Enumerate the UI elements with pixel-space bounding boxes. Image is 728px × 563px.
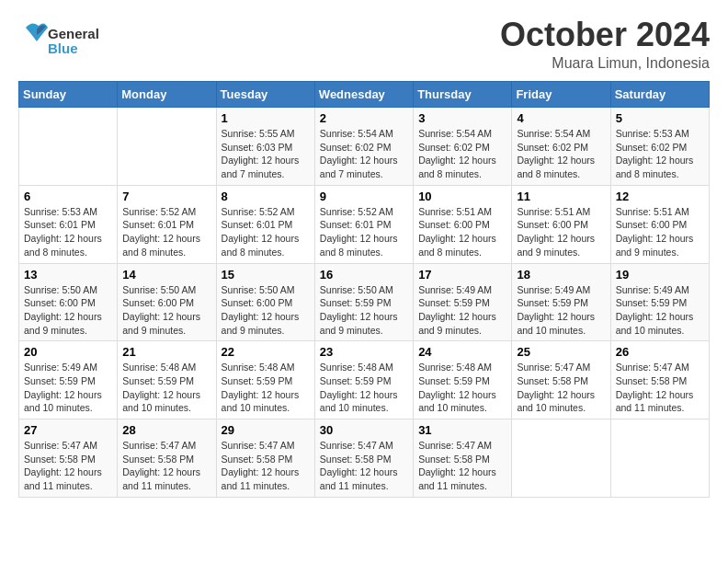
logo-wordmark: General Blue (18, 18, 119, 63)
weekday-header-row: SundayMondayTuesdayWednesdayThursdayFrid… (19, 82, 710, 108)
day-number: 8 (222, 190, 310, 203)
calendar-cell: 14Sunrise: 5:50 AM Sunset: 6:00 PM Dayli… (118, 263, 216, 341)
svg-text:Blue: Blue (48, 40, 78, 56)
calendar-cell (19, 108, 118, 186)
weekday-header: Friday (512, 82, 610, 108)
calendar-cell: 12Sunrise: 5:51 AM Sunset: 6:00 PM Dayli… (610, 185, 709, 263)
day-number: 9 (320, 190, 408, 203)
calendar-cell: 10Sunrise: 5:51 AM Sunset: 6:00 PM Dayli… (414, 185, 512, 263)
day-info: Sunrise: 5:49 AM Sunset: 5:59 PM Dayligh… (616, 283, 704, 338)
calendar-cell (610, 419, 709, 498)
day-info: Sunrise: 5:48 AM Sunset: 5:59 PM Dayligh… (320, 361, 408, 415)
calendar-cell: 25Sunrise: 5:47 AM Sunset: 5:58 PM Dayli… (512, 341, 610, 419)
day-number: 1 (222, 111, 310, 125)
day-number: 21 (122, 345, 210, 359)
svg-text:General: General (48, 26, 99, 41)
day-info: Sunrise: 5:51 AM Sunset: 6:00 PM Dayligh… (517, 205, 605, 259)
day-info: Sunrise: 5:50 AM Sunset: 6:00 PM Dayligh… (24, 283, 112, 338)
calendar-cell: 7Sunrise: 5:52 AM Sunset: 6:01 PM Daylig… (118, 185, 216, 263)
calendar-cell: 3Sunrise: 5:54 AM Sunset: 6:02 PM Daylig… (414, 108, 512, 186)
day-info: Sunrise: 5:54 AM Sunset: 6:02 PM Dayligh… (320, 127, 408, 181)
day-info: Sunrise: 5:54 AM Sunset: 6:02 PM Dayligh… (517, 127, 605, 181)
day-number: 31 (418, 423, 506, 437)
day-info: Sunrise: 5:47 AM Sunset: 5:58 PM Dayligh… (418, 439, 506, 493)
day-info: Sunrise: 5:47 AM Sunset: 5:58 PM Dayligh… (122, 439, 210, 493)
day-number: 22 (222, 345, 310, 359)
logo: General Blue (18, 18, 119, 63)
day-number: 26 (616, 345, 704, 359)
day-number: 12 (616, 190, 704, 203)
day-number: 13 (24, 268, 112, 282)
weekday-header: Tuesday (216, 82, 314, 108)
calendar-cell: 11Sunrise: 5:51 AM Sunset: 6:00 PM Dayli… (512, 185, 610, 263)
day-number: 27 (24, 423, 112, 437)
day-info: Sunrise: 5:52 AM Sunset: 6:01 PM Dayligh… (122, 205, 210, 259)
day-number: 6 (24, 190, 112, 203)
day-info: Sunrise: 5:50 AM Sunset: 6:00 PM Dayligh… (122, 283, 210, 338)
day-number: 14 (122, 268, 210, 282)
day-number: 29 (222, 423, 310, 437)
day-number: 7 (122, 190, 210, 203)
calendar-cell: 5Sunrise: 5:53 AM Sunset: 6:02 PM Daylig… (610, 108, 709, 186)
day-info: Sunrise: 5:47 AM Sunset: 5:58 PM Dayligh… (24, 439, 112, 493)
day-info: Sunrise: 5:47 AM Sunset: 5:58 PM Dayligh… (320, 439, 408, 493)
weekday-header: Thursday (414, 82, 512, 108)
day-info: Sunrise: 5:51 AM Sunset: 6:00 PM Dayligh… (418, 205, 506, 259)
title-section: October 2024 Muara Limun, Indonesia (500, 18, 710, 72)
calendar-cell: 22Sunrise: 5:48 AM Sunset: 5:59 PM Dayli… (216, 341, 314, 419)
day-number: 2 (320, 111, 408, 125)
calendar-cell: 6Sunrise: 5:53 AM Sunset: 6:01 PM Daylig… (19, 185, 118, 263)
calendar-table: SundayMondayTuesdayWednesdayThursdayFrid… (18, 81, 710, 498)
day-number: 23 (320, 345, 408, 359)
calendar-cell: 21Sunrise: 5:48 AM Sunset: 5:59 PM Dayli… (118, 341, 216, 419)
calendar-cell: 23Sunrise: 5:48 AM Sunset: 5:59 PM Dayli… (314, 341, 413, 419)
day-number: 3 (418, 111, 506, 125)
day-number: 18 (517, 268, 605, 282)
calendar-cell: 29Sunrise: 5:47 AM Sunset: 5:58 PM Dayli… (216, 419, 314, 498)
day-info: Sunrise: 5:52 AM Sunset: 6:01 PM Dayligh… (222, 205, 310, 259)
day-number: 30 (320, 423, 408, 437)
calendar-cell: 30Sunrise: 5:47 AM Sunset: 5:58 PM Dayli… (314, 419, 413, 498)
calendar-cell: 27Sunrise: 5:47 AM Sunset: 5:58 PM Dayli… (19, 419, 118, 498)
day-number: 10 (418, 190, 506, 203)
calendar-cell: 15Sunrise: 5:50 AM Sunset: 6:00 PM Dayli… (216, 263, 314, 341)
calendar-week-row: 13Sunrise: 5:50 AM Sunset: 6:00 PM Dayli… (19, 263, 710, 341)
calendar-week-row: 27Sunrise: 5:47 AM Sunset: 5:58 PM Dayli… (19, 419, 710, 498)
day-number: 16 (320, 268, 408, 282)
calendar-cell: 20Sunrise: 5:49 AM Sunset: 5:59 PM Dayli… (19, 341, 118, 419)
day-info: Sunrise: 5:55 AM Sunset: 6:03 PM Dayligh… (222, 127, 310, 181)
day-info: Sunrise: 5:48 AM Sunset: 5:59 PM Dayligh… (418, 361, 506, 415)
day-info: Sunrise: 5:49 AM Sunset: 5:59 PM Dayligh… (517, 283, 605, 338)
month-title: October 2024 (500, 18, 710, 52)
calendar-cell: 8Sunrise: 5:52 AM Sunset: 6:01 PM Daylig… (216, 185, 314, 263)
calendar-cell: 9Sunrise: 5:52 AM Sunset: 6:01 PM Daylig… (314, 185, 413, 263)
day-info: Sunrise: 5:48 AM Sunset: 5:59 PM Dayligh… (222, 361, 310, 415)
day-info: Sunrise: 5:47 AM Sunset: 5:58 PM Dayligh… (222, 439, 310, 493)
calendar-cell: 16Sunrise: 5:50 AM Sunset: 5:59 PM Dayli… (314, 263, 413, 341)
calendar-cell (512, 419, 610, 498)
day-info: Sunrise: 5:47 AM Sunset: 5:58 PM Dayligh… (517, 361, 605, 415)
calendar-cell: 2Sunrise: 5:54 AM Sunset: 6:02 PM Daylig… (314, 108, 413, 186)
day-number: 15 (222, 268, 310, 282)
calendar-week-row: 6Sunrise: 5:53 AM Sunset: 6:01 PM Daylig… (19, 185, 710, 263)
day-number: 20 (24, 345, 112, 359)
calendar-cell: 1Sunrise: 5:55 AM Sunset: 6:03 PM Daylig… (216, 108, 314, 186)
calendar-cell (118, 108, 216, 186)
calendar-cell: 4Sunrise: 5:54 AM Sunset: 6:02 PM Daylig… (512, 108, 610, 186)
day-info: Sunrise: 5:50 AM Sunset: 6:00 PM Dayligh… (222, 283, 310, 338)
weekday-header: Saturday (610, 82, 709, 108)
day-info: Sunrise: 5:53 AM Sunset: 6:02 PM Dayligh… (616, 127, 704, 181)
day-info: Sunrise: 5:52 AM Sunset: 6:01 PM Dayligh… (320, 205, 408, 259)
day-number: 28 (122, 423, 210, 437)
page-header: General Blue October 2024 Muara Limun, I… (18, 18, 710, 72)
weekday-header: Wednesday (314, 82, 413, 108)
day-number: 4 (517, 111, 605, 125)
day-info: Sunrise: 5:54 AM Sunset: 6:02 PM Dayligh… (418, 127, 506, 181)
calendar-week-row: 1Sunrise: 5:55 AM Sunset: 6:03 PM Daylig… (19, 108, 710, 186)
calendar-cell: 24Sunrise: 5:48 AM Sunset: 5:59 PM Dayli… (414, 341, 512, 419)
day-number: 5 (616, 111, 704, 125)
calendar-cell: 13Sunrise: 5:50 AM Sunset: 6:00 PM Dayli… (19, 263, 118, 341)
day-info: Sunrise: 5:50 AM Sunset: 5:59 PM Dayligh… (320, 283, 408, 338)
day-number: 19 (616, 268, 704, 282)
day-info: Sunrise: 5:49 AM Sunset: 5:59 PM Dayligh… (418, 283, 506, 338)
